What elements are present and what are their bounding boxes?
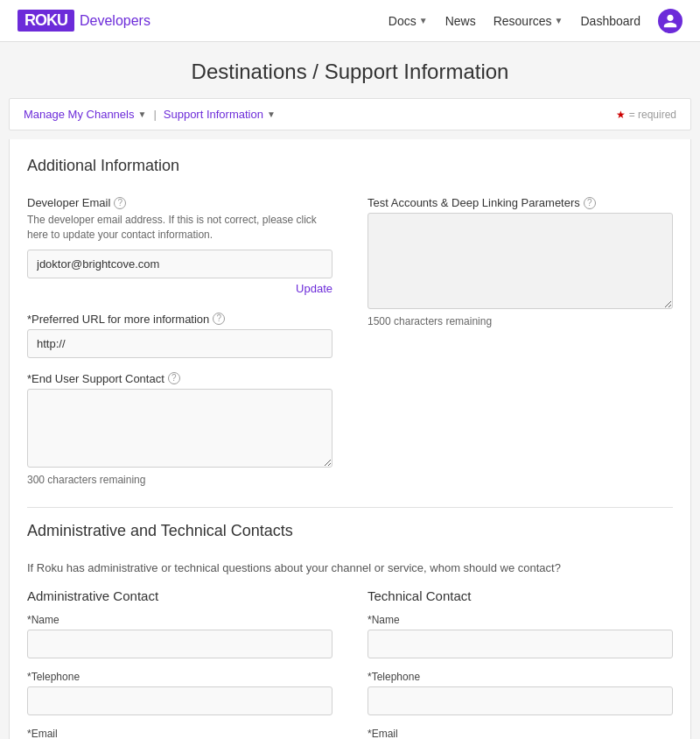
admin-contact-column: Administrative Contact *Name *Telephone	[27, 588, 332, 739]
admin-telephone-input[interactable]	[27, 686, 332, 715]
admin-name-field: *Name	[27, 614, 332, 658]
page-title-bar: Destinations / Support Information	[0, 42, 700, 98]
test-accounts-label: Test Accounts & Deep Linking Parameters …	[368, 196, 673, 209]
technical-name-field: *Name	[368, 614, 673, 658]
contact-grid: Administrative Contact *Name *Telephone	[27, 588, 673, 739]
technical-contact-title: Technical Contact	[368, 588, 673, 603]
admin-contact-title: Administrative Contact	[27, 588, 332, 603]
preferred-url-input[interactable]	[27, 329, 332, 358]
admin-telephone-label: *Telephone	[27, 671, 332, 683]
technical-telephone-field: *Telephone	[368, 671, 673, 715]
user-avatar[interactable]	[658, 9, 682, 33]
contacts-section: Administrative and Technical Contacts If…	[27, 522, 673, 739]
test-accounts-help-icon[interactable]: ?	[584, 197, 596, 209]
user-icon	[662, 13, 678, 29]
additional-info-title: Additional Information	[27, 157, 673, 182]
navbar-left: ROKU Developers	[18, 10, 150, 32]
additional-info-right: Test Accounts & Deep Linking Parameters …	[368, 196, 673, 486]
navbar: ROKU Developers Docs ▼ News Resources ▼ …	[0, 0, 700, 42]
additional-info-left: Developer Email ? The developer email ad…	[27, 196, 332, 486]
technical-email-field: *Email	[368, 728, 673, 739]
test-accounts-char-remaining: 1500 characters remaining	[368, 315, 673, 327]
technical-email-label: *Email	[368, 728, 673, 739]
end-user-support-textarea[interactable]	[27, 389, 332, 468]
technical-telephone-label: *Telephone	[368, 671, 673, 683]
breadcrumb-separator: |	[153, 108, 156, 121]
developer-email-label: Developer Email ?	[27, 196, 332, 209]
preferred-url-help-icon[interactable]: ?	[213, 313, 225, 325]
support-info-chevron-icon: ▼	[267, 109, 276, 119]
navbar-right: Docs ▼ News Resources ▼ Dashboard	[388, 9, 682, 33]
technical-telephone-input[interactable]	[368, 686, 673, 715]
section-divider	[27, 507, 673, 508]
news-nav-link[interactable]: News	[445, 14, 476, 28]
developer-email-help-icon[interactable]: ?	[114, 197, 126, 209]
docs-nav-link[interactable]: Docs ▼	[388, 14, 428, 28]
breadcrumb-nav: Manage My Channels ▼ | Support Informati…	[24, 108, 276, 121]
page-title: Destinations / Support Information	[0, 60, 700, 84]
manage-channels-chevron-icon: ▼	[137, 109, 146, 119]
technical-name-input[interactable]	[368, 630, 673, 658]
required-star: ★	[616, 109, 626, 121]
dashboard-nav-link[interactable]: Dashboard	[581, 14, 641, 28]
resources-chevron-icon: ▼	[555, 16, 564, 25]
admin-name-label: *Name	[27, 614, 332, 626]
developer-email-input[interactable]	[27, 250, 332, 278]
breadcrumb-required: ★ = required	[616, 109, 676, 121]
technical-name-label: *Name	[368, 614, 673, 626]
breadcrumb-manage-channels[interactable]: Manage My Channels ▼	[24, 108, 146, 121]
breadcrumb-support-info[interactable]: Support Information ▼	[164, 108, 276, 121]
admin-name-input[interactable]	[27, 630, 332, 658]
docs-chevron-icon: ▼	[419, 16, 428, 25]
admin-email-label: *Email	[27, 728, 332, 739]
developer-email-description: The developer email address. If this is …	[27, 213, 332, 243]
preferred-url-label: *Preferred URL for more information ?	[27, 313, 332, 326]
breadcrumb-bar: Manage My Channels ▼ | Support Informati…	[9, 98, 691, 130]
roku-logo-text: ROKU	[18, 10, 74, 32]
additional-info-columns: Developer Email ? The developer email ad…	[27, 196, 673, 486]
developers-label: Developers	[80, 13, 150, 29]
technical-contact-column: Technical Contact *Name *Telephone	[368, 588, 673, 739]
test-accounts-textarea[interactable]	[368, 213, 673, 309]
end-user-support-label: *End User Support Contact ?	[27, 372, 332, 385]
roku-logo[interactable]: ROKU Developers	[18, 10, 150, 32]
contacts-section-title: Administrative and Technical Contacts	[27, 522, 673, 547]
resources-nav-link[interactable]: Resources ▼	[494, 14, 564, 28]
admin-email-field: *Email	[27, 728, 332, 739]
admin-telephone-field: *Telephone	[27, 671, 332, 715]
contacts-description: If Roku has administrative or technical …	[27, 561, 673, 574]
end-user-support-help-icon[interactable]: ?	[168, 372, 180, 384]
end-user-support-char-remaining: 300 characters remaining	[27, 474, 332, 486]
main-content-card: Additional Information Developer Email ?…	[9, 139, 691, 739]
update-link[interactable]: Update	[27, 282, 332, 295]
